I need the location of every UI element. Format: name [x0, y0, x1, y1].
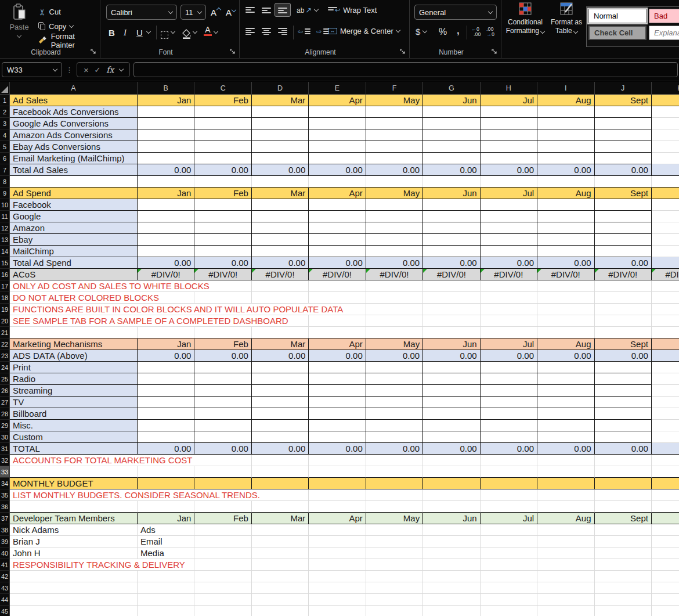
cell-F39[interactable]: [366, 536, 423, 547]
name-box[interactable]: W33: [2, 62, 62, 77]
col-header-C[interactable]: C: [194, 82, 251, 95]
cell-E18[interactable]: [309, 292, 366, 304]
row-header-11[interactable]: 11: [0, 211, 10, 222]
cell-J14[interactable]: [595, 246, 652, 257]
cell-E3[interactable]: [309, 118, 366, 129]
cell-J19[interactable]: [595, 304, 652, 315]
fill-color-button[interactable]: [182, 27, 192, 41]
cell-J39[interactable]: [595, 536, 652, 547]
cell-B9[interactable]: Jan: [138, 188, 194, 199]
cell-F25[interactable]: [366, 373, 423, 385]
cell-A14[interactable]: MailChimp: [10, 246, 138, 257]
cell-D25[interactable]: [252, 373, 309, 385]
cell-C8[interactable]: [194, 176, 251, 188]
cell-E7[interactable]: 0.00: [309, 164, 366, 176]
cell-J37[interactable]: Sept: [595, 513, 652, 524]
cell-B4[interactable]: [138, 129, 194, 141]
cell-I42[interactable]: [537, 571, 594, 582]
cell-K2[interactable]: [652, 106, 679, 118]
row-header-6[interactable]: 6: [0, 153, 10, 164]
cell-H23[interactable]: 0.00: [481, 350, 537, 362]
cell-C43[interactable]: [194, 582, 251, 594]
cell-G19[interactable]: [423, 304, 480, 315]
cell-E28[interactable]: [309, 408, 366, 420]
cell-E22[interactable]: Apr: [309, 338, 366, 350]
cell-F35[interactable]: [366, 489, 423, 501]
cell-F26[interactable]: [366, 385, 423, 397]
cell-A44[interactable]: [10, 594, 138, 606]
cell-I33[interactable]: [537, 466, 594, 478]
align-left-button[interactable]: [245, 28, 255, 35]
cell-K39[interactable]: [652, 536, 679, 547]
cell-F16[interactable]: #DIV/0!: [366, 269, 423, 280]
cell-C15[interactable]: 0.00: [194, 257, 251, 269]
cell-I34[interactable]: [537, 478, 594, 489]
cell-C28[interactable]: [194, 408, 251, 420]
cell-F45[interactable]: [366, 606, 423, 616]
orientation-button[interactable]: ab ↗: [297, 6, 318, 15]
cell-B7[interactable]: 0.00: [138, 164, 194, 176]
cell-K11[interactable]: [652, 211, 679, 222]
merge-center-button[interactable]: ↔ Merge & Center: [328, 27, 400, 35]
cell-J13[interactable]: [595, 234, 652, 246]
cell-D18[interactable]: [252, 292, 309, 304]
cell-style-explanatory[interactable]: Explanatory: [649, 26, 679, 40]
row-header-1[interactable]: 1: [0, 95, 10, 106]
cell-F20[interactable]: [366, 315, 423, 327]
cell-I37[interactable]: Aug: [537, 513, 594, 524]
cell-A31[interactable]: TOTAL: [10, 443, 138, 455]
cell-I10[interactable]: [537, 199, 594, 211]
cell-C26[interactable]: [194, 385, 251, 397]
cell-C33[interactable]: [194, 466, 251, 478]
cell-F6[interactable]: [366, 153, 423, 164]
cell-F42[interactable]: [366, 571, 423, 582]
row-header-3[interactable]: 3: [0, 118, 10, 129]
format-painter-button[interactable]: Format Painter: [38, 34, 100, 48]
cell-G37[interactable]: Jun: [423, 513, 480, 524]
cell-K26[interactable]: [652, 385, 679, 397]
cell-D30[interactable]: [252, 431, 309, 443]
cell-I2[interactable]: [537, 106, 594, 118]
cell-F34[interactable]: [366, 478, 423, 489]
cell-F12[interactable]: [366, 222, 423, 234]
cell-B31[interactable]: 0.00: [138, 443, 194, 455]
cell-K28[interactable]: [652, 408, 679, 420]
cell-E24[interactable]: [309, 362, 366, 373]
cell-B23[interactable]: 0.00: [138, 350, 194, 362]
cell-C29[interactable]: [194, 420, 251, 431]
cell-I43[interactable]: [537, 582, 594, 594]
cell-D26[interactable]: [252, 385, 309, 397]
decrease-indent-button[interactable]: ⇦: [298, 28, 310, 35]
cell-K27[interactable]: [652, 397, 679, 408]
cell-F7[interactable]: 0.00: [366, 164, 423, 176]
cell-G21[interactable]: [423, 327, 480, 338]
copy-button[interactable]: Copy: [38, 19, 73, 33]
cell-D39[interactable]: [252, 536, 309, 547]
cancel-icon[interactable]: ×: [84, 65, 89, 75]
cell-G1[interactable]: Jun: [423, 95, 480, 106]
insert-function-button[interactable]: fx: [106, 65, 114, 74]
cell-E14[interactable]: [309, 246, 366, 257]
cell-B22[interactable]: Jan: [138, 338, 194, 350]
cell-E10[interactable]: [309, 199, 366, 211]
alignment-dialog-launcher[interactable]: [400, 49, 406, 55]
cell-E37[interactable]: Apr: [309, 513, 366, 524]
row-header-43[interactable]: 43: [0, 582, 10, 594]
cell-A25[interactable]: Radio: [10, 373, 138, 385]
cut-button[interactable]: ✂ Cut: [38, 5, 61, 19]
cell-K15[interactable]: [652, 257, 679, 269]
cell-I41[interactable]: [537, 559, 594, 571]
cell-A5[interactable]: Ebay Ads Conversions: [10, 141, 138, 153]
decrease-decimal-button[interactable]: .00 →0: [486, 27, 494, 37]
cell-C37[interactable]: Feb: [194, 513, 251, 524]
font-color-button[interactable]: A: [204, 26, 212, 36]
number-format-select[interactable]: General: [414, 5, 497, 20]
comma-style-button[interactable]: ,: [456, 26, 460, 33]
cell-D27[interactable]: [252, 397, 309, 408]
cell-G13[interactable]: [423, 234, 480, 246]
cell-E40[interactable]: [309, 547, 366, 559]
cell-A40[interactable]: John H: [10, 547, 138, 559]
cell-E23[interactable]: 0.00: [309, 350, 366, 362]
cell-F9[interactable]: May: [366, 188, 423, 199]
cell-D14[interactable]: [252, 246, 309, 257]
